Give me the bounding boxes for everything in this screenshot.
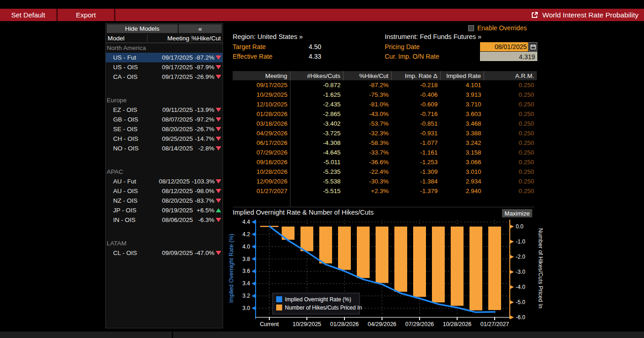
model-name: CA - OIS <box>106 73 148 80</box>
model-row-jp-ois[interactable]: JP - OIS09/19/2025+6.5% <box>106 205 223 215</box>
enable-overrides[interactable]: Enable Overrides <box>468 24 527 32</box>
hide-models-button[interactable]: Hide Models <box>107 24 178 33</box>
model-meeting-date: 08/12/2025 <box>148 188 195 194</box>
model-meeting-date: 08/14/2025 <box>148 145 195 152</box>
svg-text:Implied Overnight Rate (%): Implied Overnight Rate (%) <box>285 296 351 303</box>
svg-text:4.0: 4.0 <box>242 244 250 250</box>
svg-text:-2.0: -2.0 <box>516 254 525 260</box>
meetings-table-header: Meeting#Hikes/Cuts%Hike/CutImp. Rate ΔIm… <box>233 71 537 80</box>
collapse-panel-button[interactable]: « <box>179 24 222 33</box>
model-row-se-ois[interactable]: SE - OIS08/20/2025-26.7% <box>106 124 223 134</box>
up-triangle-icon <box>216 208 221 212</box>
model-row-us-fut[interactable]: US - Fut09/17/2025-87.2% <box>106 53 223 62</box>
set-default-button[interactable]: Set Default <box>0 9 56 21</box>
col-meeting[interactable]: Meeting <box>233 71 290 80</box>
col--hikes-cuts[interactable]: #Hikes/Cuts <box>290 71 344 80</box>
model-name: AU - OIS <box>106 188 148 194</box>
meeting-row[interactable]: 09/16/2026-5.011-36.6%-1.2533.0660.250 <box>233 157 537 167</box>
region-selector[interactable]: Region: United States » <box>233 33 303 40</box>
models-col-pct[interactable]: %Hike/Cut <box>191 35 223 42</box>
meeting-row[interactable]: 03/18/2026-3.402-53.7%-0.8513.4680.250 <box>233 119 537 128</box>
svg-text:01/27/2027: 01/27/2027 <box>480 321 509 327</box>
model-name: GB - OIS <box>106 116 148 123</box>
meeting-row[interactable]: 12/10/2025-2.435-81.0%-0.6093.7100.250 <box>233 100 537 109</box>
svg-text:-6.0: -6.0 <box>516 314 525 321</box>
model-row-ez-ois[interactable]: EZ - OIS09/11/2025-13.9% <box>106 105 223 115</box>
enable-overrides-checkbox[interactable] <box>468 25 474 31</box>
svg-text:4.2: 4.2 <box>242 231 250 238</box>
model-meeting-date: 09/09/2025 <box>148 249 195 256</box>
meeting-row[interactable]: 10/28/2026-5.235-22.4%-1.3093.0100.250 <box>233 167 537 177</box>
target-rate-label: Target Rate <box>233 43 266 50</box>
model-name: NZ - OIS <box>106 197 148 204</box>
chart-legend: Implied Overnight Rate (%)Number of Hike… <box>273 293 362 314</box>
svg-text:-4.0: -4.0 <box>516 284 525 290</box>
title-bar: Set Default Export World Interest Rate P… <box>0 9 644 21</box>
meeting-row[interactable]: 10/29/2025-1.625-75.3%-0.4063.9130.250 <box>233 90 537 100</box>
meeting-row[interactable]: 09/17/2025-0.872-87.2%-0.2184.1010.250 <box>233 80 537 90</box>
pricing-date-input[interactable]: 08/01/2025 <box>480 42 528 51</box>
model-row-au-fut[interactable]: AU - Fut08/12/2025-103.3% <box>106 177 223 186</box>
model-row-ca-ois[interactable]: CA - OIS09/17/2025-26.9% <box>106 72 223 82</box>
col-implied-rate[interactable]: Implied Rate <box>441 71 484 80</box>
left-axis-title: Implied Overnight Rate (%) <box>228 234 235 303</box>
svg-text:-1.0: -1.0 <box>516 238 525 245</box>
calendar-icon[interactable] <box>529 42 537 51</box>
down-triangle-icon <box>216 55 221 60</box>
model-hike-cut-pct: -103.3% <box>191 178 214 185</box>
export-button[interactable]: Export <box>58 9 114 21</box>
chart-canvas[interactable]: 4.44.24.03.83.63.43.23.00.0-1.0-2.0-3.0-… <box>227 209 547 332</box>
rates-chart: Implied Overnight Rate & Number of Hikes… <box>227 209 547 332</box>
model-row-us-ois[interactable]: US - OIS09/17/2025-87.9% <box>106 62 223 72</box>
model-meeting-date: 09/17/2025 <box>148 64 195 71</box>
meeting-row[interactable]: 01/28/2026-2.865-43.0%-0.7163.6030.250 <box>233 109 537 119</box>
model-row-au-ois[interactable]: AU - OIS08/12/2025-98.0% <box>106 186 223 196</box>
status-bar-divider <box>172 332 173 338</box>
svg-text:3.8: 3.8 <box>242 256 250 262</box>
meeting-row[interactable]: 01/27/2027-5.515+2.3%-1.3792.9400.250 <box>233 186 537 196</box>
col--hike-cut[interactable]: %Hike/Cut <box>344 71 392 80</box>
status-bar <box>0 332 644 338</box>
cur-imp-rate-input[interactable]: 4.319 <box>480 52 537 61</box>
col-a-r-m-[interactable]: A.R.M. <box>484 71 537 80</box>
legend-swatch-bar <box>276 305 282 310</box>
svg-text:01/28/2026: 01/28/2026 <box>330 321 359 327</box>
model-row-no-ois[interactable]: NO - OIS08/14/2025-2.8% <box>106 144 223 153</box>
model-row-gb-ois[interactable]: GB - OIS08/07/2025-97.2% <box>106 115 223 124</box>
model-name: NO - OIS <box>106 145 148 152</box>
model-hike-cut-pct: -6.3% <box>195 216 214 223</box>
down-triangle-icon <box>216 127 221 131</box>
meeting-row[interactable]: 12/09/2026-5.538-30.3%-1.3842.9340.250 <box>233 177 537 186</box>
models-col-meeting[interactable]: Meeting <box>147 35 191 42</box>
group-spacer <box>106 82 223 95</box>
instrument-selector[interactable]: Instrument: Fed Funds Futures » <box>385 33 481 40</box>
meeting-row[interactable]: 07/29/2026-4.645-33.7%-1.1613.1580.250 <box>233 148 537 157</box>
svg-text:Current: Current <box>260 321 279 327</box>
page-title: World Interest Rate Probability <box>531 9 644 21</box>
col-imp-rate-[interactable]: Imp. Rate Δ <box>392 71 441 80</box>
down-triangle-icon <box>216 75 221 79</box>
svg-text:3.0: 3.0 <box>242 305 250 311</box>
model-name: JP - OIS <box>106 207 148 214</box>
model-hike-cut-pct: -2.8% <box>195 145 214 152</box>
model-meeting-date: 09/25/2025 <box>148 135 195 142</box>
model-row-in-ois[interactable]: IN - OIS08/06/2025-6.3% <box>106 215 223 225</box>
meeting-row[interactable]: 04/29/2026-3.725-32.3%-0.9313.3880.250 <box>233 128 537 138</box>
model-row-cl-ois[interactable]: CL - OIS09/09/2025-47.0% <box>106 248 223 258</box>
svg-text:4.4: 4.4 <box>242 219 250 225</box>
models-col-model[interactable]: Model <box>106 35 147 42</box>
svg-text:Number of Hikes/Cuts Priced In: Number of Hikes/Cuts Priced In <box>285 305 362 311</box>
model-row-ch-ois[interactable]: CH - OIS09/25/2025-14.7% <box>106 134 223 144</box>
down-triangle-icon <box>216 179 221 183</box>
meeting-row[interactable]: 06/17/2026-4.308-58.3%-1.0773.2420.250 <box>233 138 537 148</box>
enable-overrides-label: Enable Overrides <box>477 24 527 32</box>
model-row-nz-ois[interactable]: NZ - OIS08/20/2025-83.7% <box>106 196 223 205</box>
x-axis-ticks: Current10/29/202501/28/202604/29/202607/… <box>260 317 509 327</box>
down-triangle-icon <box>216 108 221 112</box>
model-meeting-date: 09/17/2025 <box>148 54 195 61</box>
model-hike-cut-pct: -83.7% <box>195 197 214 204</box>
model-meeting-date: 08/20/2025 <box>148 197 195 204</box>
down-triangle-icon <box>216 146 221 150</box>
open-external-icon[interactable] <box>531 11 538 19</box>
model-meeting-date: 09/17/2025 <box>148 73 195 80</box>
